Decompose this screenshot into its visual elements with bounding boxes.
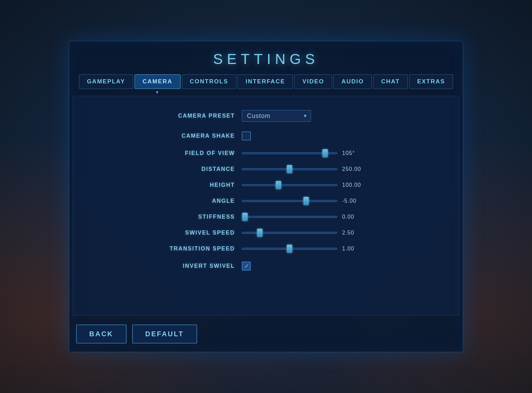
- height-control: 100.00: [242, 182, 366, 188]
- angle-label: ANGLE: [166, 198, 235, 204]
- stiffness-value: 0.00: [342, 214, 366, 220]
- angle-row: ANGLE -5.00: [166, 198, 366, 204]
- camera-shake-row: CAMERA SHAKE: [166, 131, 366, 140]
- distance-slider[interactable]: [242, 168, 337, 170]
- angle-control: -5.00: [242, 198, 366, 204]
- field-of-view-slider[interactable]: [242, 152, 337, 154]
- tab-gameplay[interactable]: GAMEPLAY: [79, 74, 133, 89]
- swivel-speed-value: 2.50: [342, 230, 366, 236]
- stiffness-control: 0.00: [242, 214, 366, 220]
- angle-value: -5.00: [342, 198, 366, 204]
- tab-camera[interactable]: CAMERA: [135, 74, 181, 89]
- settings-window: SETTINGS GAMEPLAY CAMERA CONTROLS INTERF…: [69, 41, 463, 352]
- field-of-view-label: FIELD OF VIEW: [166, 150, 235, 156]
- stiffness-row: STIFFNESS 0.00: [166, 214, 366, 220]
- tabs-row: GAMEPLAY CAMERA CONTROLS INTERFACE VIDEO…: [69, 74, 463, 89]
- camera-preset-row: CAMERA PRESET Custom Default Ball Cam Br…: [166, 110, 366, 122]
- settings-grid: CAMERA PRESET Custom Default Ball Cam Br…: [166, 110, 366, 271]
- height-row: HEIGHT 100.00: [166, 182, 366, 188]
- field-of-view-value: 105°: [342, 150, 366, 156]
- height-value: 100.00: [342, 182, 366, 188]
- camera-preset-select[interactable]: Custom Default Ball Cam Broadcast: [242, 110, 311, 122]
- field-of-view-row: FIELD OF VIEW 105°: [166, 150, 366, 156]
- height-label: HEIGHT: [166, 182, 235, 188]
- distance-control: 250.00: [242, 166, 366, 172]
- default-button[interactable]: DEFAULT: [132, 325, 197, 344]
- swivel-speed-row: SWIVEL SPEED 2.50: [166, 230, 366, 236]
- camera-preset-control: Custom Default Ball Cam Broadcast: [242, 110, 366, 122]
- swivel-speed-label: SWIVEL SPEED: [166, 230, 235, 236]
- transition-speed-slider[interactable]: [242, 248, 337, 250]
- tab-audio[interactable]: AUDIO: [333, 74, 372, 89]
- tab-interface[interactable]: INTERFACE: [238, 74, 293, 89]
- transition-speed-control: 1.00: [242, 246, 366, 252]
- bottom-bar: BACK DEFAULT: [69, 319, 463, 352]
- tab-chat[interactable]: CHAT: [373, 74, 408, 89]
- height-slider[interactable]: [242, 184, 337, 186]
- swivel-speed-control: 2.50: [242, 230, 366, 236]
- transition-speed-row: TRANSITION SPEED 1.00: [166, 246, 366, 252]
- settings-title: SETTINGS: [69, 41, 463, 74]
- camera-shake-checkbox[interactable]: [242, 131, 251, 140]
- transition-speed-value: 1.00: [342, 246, 366, 252]
- content-area: CAMERA PRESET Custom Default Ball Cam Br…: [73, 96, 459, 316]
- invert-swivel-row: INVERT SWIVEL: [166, 262, 366, 271]
- camera-shake-control: [242, 131, 366, 140]
- swivel-speed-slider[interactable]: [242, 232, 337, 234]
- distance-value: 250.00: [342, 166, 366, 172]
- stiffness-slider[interactable]: [242, 216, 337, 218]
- stiffness-label: STIFFNESS: [166, 214, 235, 220]
- distance-label: DISTANCE: [166, 166, 235, 172]
- field-of-view-control: 105°: [242, 150, 366, 156]
- tab-video[interactable]: VIDEO: [294, 74, 332, 89]
- angle-slider[interactable]: [242, 200, 337, 202]
- transition-speed-label: TRANSITION SPEED: [166, 246, 235, 252]
- invert-swivel-control: [242, 262, 366, 271]
- tab-controls[interactable]: CONTROLS: [182, 74, 236, 89]
- distance-row: DISTANCE 250.00: [166, 166, 366, 172]
- camera-preset-dropdown-wrapper[interactable]: Custom Default Ball Cam Broadcast: [242, 110, 311, 122]
- tab-extras[interactable]: EXTRAS: [409, 74, 453, 89]
- invert-swivel-label: INVERT SWIVEL: [166, 263, 235, 269]
- camera-shake-label: CAMERA SHAKE: [166, 133, 235, 139]
- invert-swivel-checkbox[interactable]: [242, 262, 251, 271]
- back-button[interactable]: BACK: [76, 325, 127, 344]
- camera-preset-label: CAMERA PRESET: [166, 113, 235, 119]
